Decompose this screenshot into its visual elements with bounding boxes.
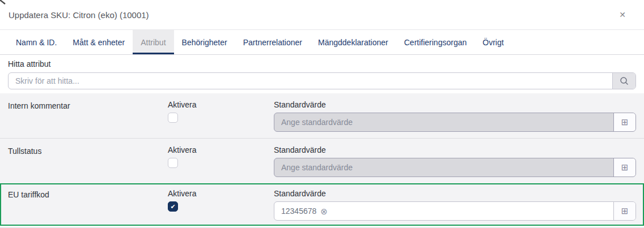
activate-checkbox[interactable] — [168, 113, 178, 123]
default-value-group: ⊞ — [274, 158, 636, 177]
default-value-label: Standardvärde — [274, 189, 636, 198]
tab-matt-enheter[interactable]: Mått & enheter — [65, 30, 133, 54]
add-value-button[interactable]: ⊞ — [613, 113, 635, 131]
default-value-group: 12345678 ⊗ ⊞ — [274, 201, 636, 221]
default-value-input[interactable]: 12345678 ⊗ — [274, 202, 613, 220]
tab-behorigheter[interactable]: Behörigheter — [174, 30, 235, 54]
search-button[interactable] — [612, 73, 635, 89]
activate-checkbox[interactable]: ✔ — [168, 201, 178, 212]
search-icon — [619, 76, 629, 86]
default-value-group: ⊞ — [274, 113, 636, 132]
attribute-name: EU tariffkod — [8, 189, 168, 225]
checkmark-icon: ✔ — [170, 204, 175, 210]
default-value-input — [274, 113, 613, 131]
attribute-name: Intern kommentar — [8, 100, 168, 138]
add-value-button[interactable]: ⊞ — [613, 202, 635, 220]
attribute-search-section: Hitta attribut — [0, 55, 644, 93]
tab-ovrigt[interactable]: Övrigt — [474, 30, 511, 54]
clear-value-icon[interactable]: ⊗ — [320, 207, 328, 216]
modal-title: Uppdatera SKU: Citron (eko) (10001) — [9, 10, 617, 20]
activate-label: Aktivera — [168, 189, 274, 198]
default-value-input — [274, 158, 613, 177]
close-icon[interactable]: ✕ — [617, 8, 628, 21]
search-label: Hitta attribut — [8, 59, 636, 68]
attribute-row-eu-tariffkod: EU tariffkod Aktivera ✔ Standardvärde 12… — [0, 183, 644, 226]
tab-bar: Namn & ID. Mått & enheter Attribut Behör… — [0, 30, 644, 55]
activate-label: Aktivera — [168, 145, 274, 154]
tab-attribut[interactable]: Attribut — [133, 30, 173, 54]
default-value-text: 12345678 — [281, 207, 316, 216]
tab-namn-id[interactable]: Namn & ID. — [8, 30, 65, 54]
attribute-row-intern-kommentar: Intern kommentar Aktivera Standardvärde … — [0, 93, 644, 138]
search-input-group — [8, 72, 636, 89]
search-input[interactable] — [9, 73, 612, 89]
attribute-row-tullstatus: Tullstatus Aktivera Standardvärde ⊞ — [0, 138, 644, 183]
plus-square-icon: ⊞ — [621, 117, 629, 127]
attribute-rows: Intern kommentar Aktivera Standardvärde … — [0, 93, 644, 226]
tab-partnerrelationer[interactable]: Partnerrelationer — [235, 30, 310, 54]
add-value-button[interactable]: ⊞ — [613, 158, 635, 177]
plus-square-icon: ⊞ — [621, 162, 629, 173]
activate-label: Aktivera — [168, 100, 274, 109]
tab-certifieringsorgan[interactable]: Certifieringsorgan — [396, 30, 475, 54]
modal-header: Uppdatera SKU: Citron (eko) (10001) ✕ — [0, 0, 644, 30]
default-value-label: Standardvärde — [274, 145, 636, 154]
attribute-name: Tullstatus — [8, 145, 168, 183]
activate-checkbox[interactable] — [168, 158, 178, 168]
default-value-label: Standardvärde — [274, 100, 636, 109]
tab-mangddeklarationer[interactable]: Mängddeklarationer — [310, 30, 396, 54]
plus-square-icon: ⊞ — [621, 206, 629, 216]
